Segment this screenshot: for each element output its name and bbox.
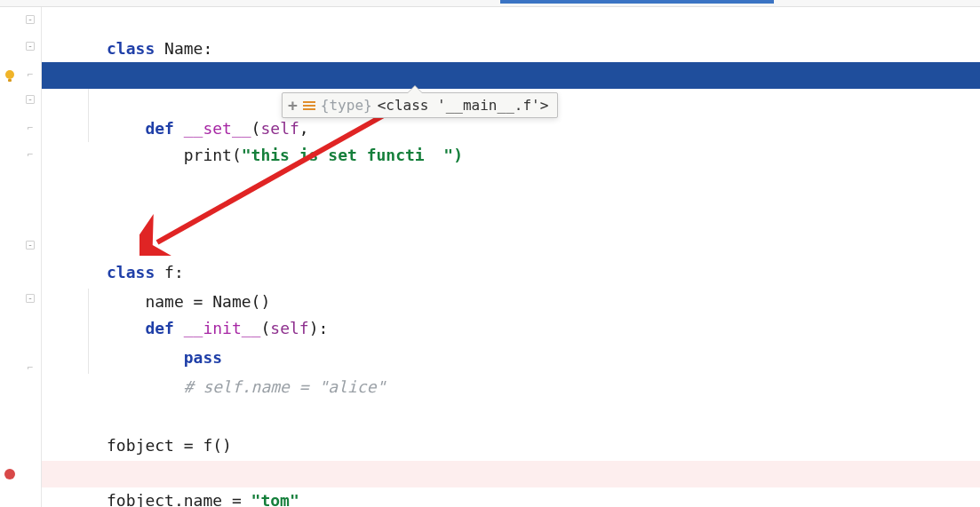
code-line-blank[interactable] [42,374,980,400]
code-line-blank[interactable] [42,142,980,169]
debug-value-tooltip[interactable]: + {type} <class '__main__.f'> [282,92,558,118]
fold-toggle-icon[interactable]: - [26,15,35,24]
code-line[interactable]: print(fobject.name) [42,432,980,459]
fold-toggle-icon[interactable]: - [26,294,35,303]
code-line-breakpoint[interactable]: fobject.name = "tom" [42,461,980,487]
fold-close-icon[interactable]: ⌐ [20,142,41,169]
code-line[interactable]: print(fobject name) [42,489,980,507]
code-line-blank[interactable] [42,195,980,222]
active-tab-indicator [500,0,774,4]
fold-gutter[interactable]: - - ⌐ - ⌐ ⌐ - - ⌐ [20,7,42,507]
code-line[interactable]: class f: [42,233,980,259]
fold-toggle-icon[interactable]: - [26,241,35,250]
editor: - - ⌐ - ⌐ ⌐ - - ⌐ class Name: def __get_… [0,7,980,507]
intention-bulb-icon[interactable] [0,62,20,89]
code-line[interactable]: # self.name = "alice" [42,347,980,374]
code-line[interactable]: def __get__(self, instance, owner): inst… [42,36,980,62]
code-line[interactable]: fobject = f() [42,406,980,432]
code-line[interactable]: class Name: [42,9,980,36]
code-line-blank[interactable] [42,169,980,195]
fold-toggle-icon[interactable]: - [26,42,35,51]
code-line-selected[interactable]: return "peter" [42,62,980,89]
tab-strip [0,0,980,7]
fold-toggle-icon[interactable]: - [26,95,35,104]
code-line[interactable]: pass [42,318,980,345]
svg-point-0 [5,70,14,79]
svg-rect-1 [8,79,12,82]
indent-guide [88,289,89,374]
breakpoint-gutter[interactable] [0,7,20,507]
expand-plus-icon[interactable]: + [288,98,298,114]
code-line[interactable]: def __init__(self): [42,289,980,315]
code-line[interactable]: print("this is set functi ") [42,115,980,142]
object-list-icon [303,101,315,110]
indent-guide [88,89,89,142]
tooltip-type-label: {type} [321,97,372,114]
fold-close-icon[interactable]: ⌐ [20,355,41,382]
fold-close-icon[interactable]: ⌐ [20,62,41,89]
fold-close-icon[interactable]: ⌐ [20,115,41,142]
breakpoint-dot-icon[interactable] [4,469,15,479]
tooltip-value: <class '__main__.f'> [378,97,549,114]
code-area[interactable]: class Name: def __get__(self, instance, … [42,7,980,507]
code-line[interactable]: name = Name() [42,262,980,289]
